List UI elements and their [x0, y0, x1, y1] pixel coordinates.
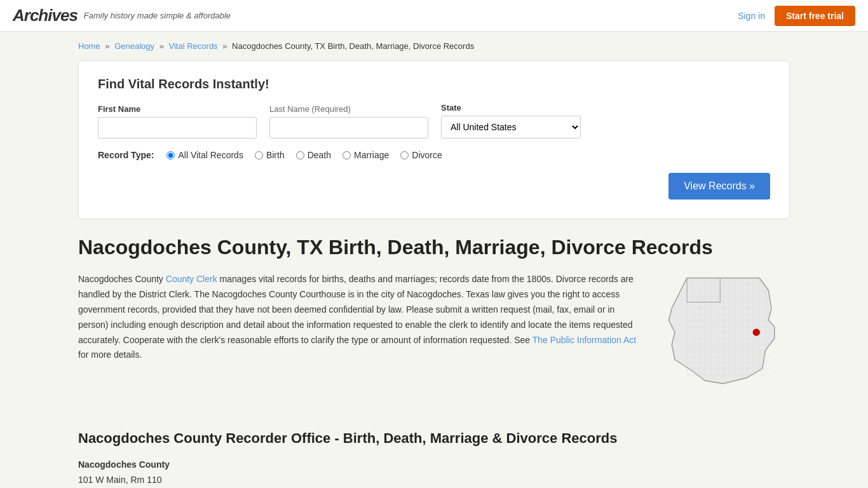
breadcrumb-vital-records[interactable]: Vital Records — [169, 41, 218, 51]
recorder-section-title: Nacogdoches County Recorder Office - Bir… — [78, 430, 790, 447]
record-type-marriage[interactable]: Marriage — [342, 150, 389, 160]
breadcrumb-genealogy[interactable]: Genealogy — [114, 41, 154, 51]
site-logo: Archives — [13, 6, 78, 25]
breadcrumb-current: Nacogdoches County, TX Birth, Death, Mar… — [232, 41, 474, 51]
office-name: Nacogdoches County — [78, 459, 790, 470]
last-name-input[interactable] — [269, 117, 428, 139]
texas-map-svg — [663, 272, 783, 393]
state-label: State — [441, 103, 581, 112]
first-name-group: First Name — [98, 104, 257, 139]
search-bottom: View Records » — [98, 173, 770, 200]
search-panel: Find Vital Records Instantly! First Name… — [78, 60, 790, 219]
office-info: Nacogdoches County 101 W Main, Rm 110 Na… — [78, 459, 790, 488]
record-type-death-radio[interactable] — [296, 151, 304, 159]
county-clerk-link[interactable]: County Clerk — [166, 274, 217, 284]
search-fields: First Name Last Name (Required) State Al… — [98, 103, 770, 139]
header-left: Archives Family history made simple & af… — [13, 6, 231, 25]
breadcrumb-sep-3: » — [222, 41, 227, 51]
content-with-map: Nacogdoches County County Clerk manages … — [78, 272, 790, 395]
texas-map — [663, 272, 790, 395]
state-select[interactable]: All United States Alabama Alaska Texas — [441, 116, 581, 139]
site-header: Archives Family history made simple & af… — [0, 0, 868, 32]
content-divider — [78, 414, 790, 414]
sign-in-link[interactable]: Sign in — [738, 11, 765, 21]
first-name-label: First Name — [98, 104, 257, 114]
breadcrumb-sep-1: » — [105, 41, 109, 51]
breadcrumb-sep-2: » — [159, 41, 164, 51]
record-type-options: All Vital Records Birth Death Marriage D… — [166, 150, 442, 160]
record-type-birth[interactable]: Birth — [255, 150, 285, 160]
public-info-act-link[interactable]: The Public Information Act — [532, 335, 636, 345]
header-right: Sign in Start free trial — [738, 6, 855, 26]
record-type-all[interactable]: All Vital Records — [166, 150, 243, 160]
last-name-label: Last Name (Required) — [269, 104, 428, 114]
record-type-divorce-radio[interactable] — [400, 151, 409, 159]
search-panel-title: Find Vital Records Instantly! — [98, 77, 770, 92]
recorder-section: Nacogdoches County Recorder Office - Bir… — [78, 430, 790, 488]
record-type-death[interactable]: Death — [296, 150, 331, 160]
record-type-label: Record Type: — [98, 150, 154, 160]
start-trial-button[interactable]: Start free trial — [775, 6, 855, 26]
first-name-input[interactable] — [98, 117, 257, 139]
office-address: 101 W Main, Rm 110 Nacogdoches, TX 75961 — [78, 472, 790, 488]
record-type-row: Record Type: All Vital Records Birth Dea… — [98, 150, 770, 160]
record-type-birth-radio[interactable] — [255, 151, 263, 159]
site-tagline: Family history made simple & affordable — [84, 11, 231, 20]
record-type-divorce[interactable]: Divorce — [400, 150, 442, 160]
breadcrumb-home[interactable]: Home — [78, 41, 100, 51]
view-records-button[interactable]: View Records » — [668, 173, 770, 200]
last-name-group: Last Name (Required) — [269, 104, 428, 139]
record-type-marriage-radio[interactable] — [342, 151, 351, 159]
page-title: Nacogdoches County, TX Birth, Death, Mar… — [78, 235, 790, 259]
county-highlight — [753, 329, 760, 336]
content-text: Nacogdoches County County Clerk manages … — [78, 272, 644, 395]
state-group: State All United States Alabama Alaska T… — [441, 103, 581, 139]
county-grid — [687, 278, 771, 378]
main-content: Home » Genealogy » Vital Records » Nacog… — [65, 32, 803, 488]
record-type-all-radio[interactable] — [166, 151, 175, 159]
breadcrumb: Home » Genealogy » Vital Records » Nacog… — [78, 41, 790, 51]
content-paragraph: Nacogdoches County County Clerk manages … — [78, 272, 644, 363]
